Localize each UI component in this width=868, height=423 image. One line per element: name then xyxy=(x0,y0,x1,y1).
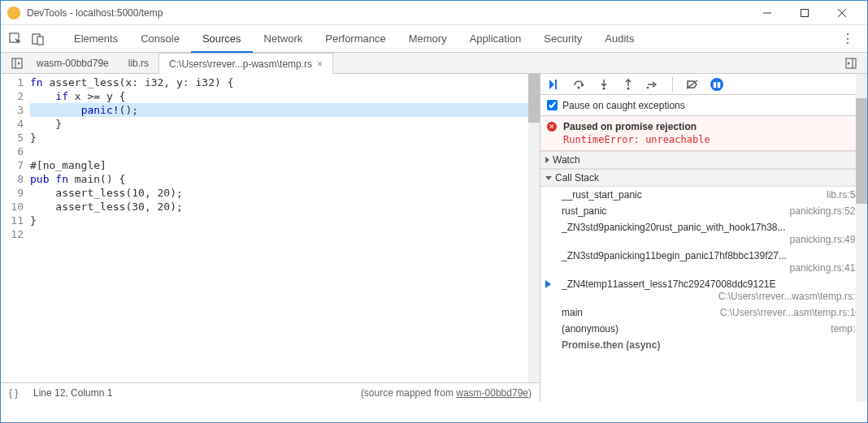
svg-rect-11 xyxy=(555,80,557,89)
frame-function: _ZN4temp11assert_less17hc29247008ddc9121… xyxy=(562,278,861,290)
svg-rect-7 xyxy=(12,58,22,68)
step-button[interactable] xyxy=(644,76,661,93)
step-over-button[interactable] xyxy=(571,76,588,93)
svg-rect-9 xyxy=(846,58,856,68)
device-toggle-icon[interactable] xyxy=(30,31,46,47)
code-line[interactable]: } xyxy=(30,131,540,145)
frame-location[interactable]: C:\Users\rrever...asm\temp.rs:10 xyxy=(720,307,861,318)
code-line[interactable] xyxy=(30,145,540,158)
frame-location[interactable]: panicking.rs:411 xyxy=(790,262,861,274)
source-tab[interactable]: C:\Users\rrever...p-wasm\temp.rs× xyxy=(158,53,333,74)
tab-security[interactable]: Security xyxy=(532,25,593,53)
pause-caught-checkbox[interactable] xyxy=(547,100,558,110)
code-line[interactable]: } xyxy=(30,214,540,227)
tab-audits[interactable]: Audits xyxy=(593,25,645,53)
code-line[interactable]: fn assert_less(x: i32, y: i32) { xyxy=(30,76,540,89)
titlebar: DevTools - localhost:5000/temp xyxy=(1,1,867,25)
more-menu-icon[interactable]: ⋮ xyxy=(835,31,861,46)
stack-frame[interactable]: __rust_start_paniclib.rs:54 xyxy=(540,187,867,203)
frame-location[interactable]: C:\Users\rrever...wasm\temp.rs:3 xyxy=(718,291,861,302)
debugger-toggle-icon[interactable] xyxy=(841,54,861,73)
source-tab[interactable]: wasm-00bbd79e xyxy=(27,53,119,74)
code-line[interactable]: #[no_mangle] xyxy=(30,158,540,172)
step-into-button[interactable] xyxy=(596,76,612,93)
code-line[interactable]: } xyxy=(30,117,540,131)
close-button[interactable] xyxy=(823,1,861,25)
cursor-position: Line 12, Column 1 xyxy=(33,387,361,399)
tab-performance[interactable]: Performance xyxy=(314,25,397,53)
stack-frame[interactable]: _ZN3std9panicking20rust_panic_with_hook1… xyxy=(540,219,867,248)
frame-function: (anonymous) xyxy=(562,323,824,335)
resume-button[interactable] xyxy=(547,76,563,93)
app-icon xyxy=(7,6,20,19)
source-map-info: (source mapped from wasm-00bbd79e) xyxy=(361,387,532,399)
stack-frame[interactable]: _ZN4temp11assert_less17hc29247008ddc9121… xyxy=(540,276,867,304)
code-line[interactable]: assert_less(30, 20); xyxy=(30,200,540,214)
tab-memory[interactable]: Memory xyxy=(397,25,458,53)
source-tabs-bar: wasm-00bbd79elib.rsC:\Users\rrever...p-w… xyxy=(1,53,867,74)
minimize-button[interactable] xyxy=(749,1,786,25)
editor-scrollbar[interactable] xyxy=(528,74,540,382)
tab-console[interactable]: Console xyxy=(129,25,191,53)
pause-detail: RuntimeError: unreachable xyxy=(563,134,859,145)
navigator-toggle-icon[interactable] xyxy=(7,54,27,73)
code-line[interactable]: panic!(); xyxy=(30,103,540,117)
line-gutter: 123456789101112 xyxy=(1,74,30,382)
pause-message: ✕ Paused on promise rejection RuntimeErr… xyxy=(540,116,867,151)
svg-point-14 xyxy=(603,87,605,89)
frame-location[interactable]: panicking.rs:497 xyxy=(790,234,861,245)
debug-toolbar: ▮▮ xyxy=(540,74,867,95)
svg-point-12 xyxy=(578,86,580,88)
tab-network[interactable]: Network xyxy=(253,25,315,53)
debug-scrollbar[interactable] xyxy=(856,74,867,402)
tab-elements[interactable]: Elements xyxy=(63,25,129,53)
svg-point-18 xyxy=(647,86,649,88)
code-editor[interactable]: 123456789101112 fn assert_less(x: i32, y… xyxy=(1,74,540,382)
watch-section[interactable]: Watch xyxy=(540,151,867,169)
pause-title: Paused on promise rejection xyxy=(563,121,859,132)
code-line[interactable] xyxy=(30,227,540,241)
frame-location[interactable]: panicking.rs:526 xyxy=(790,205,861,217)
maximize-button[interactable] xyxy=(786,1,823,25)
frame-function: _ZN3std9panicking20rust_panic_with_hook1… xyxy=(562,222,861,233)
svg-rect-6 xyxy=(37,37,43,45)
frame-function: main xyxy=(562,307,714,318)
frame-function: rust_panic xyxy=(562,205,783,217)
source-tab[interactable]: lib.rs xyxy=(119,53,158,74)
statusbar: { } Line 12, Column 1 (source mapped fro… xyxy=(1,382,540,402)
braces-icon[interactable]: { } xyxy=(9,387,33,399)
async-boundary: Promise.then (async) xyxy=(540,337,867,353)
frame-function: _ZN3std9panicking11begin_panic17hf8bbc13… xyxy=(562,250,861,261)
call-stack-list: __rust_start_paniclib.rs:54rust_panicpan… xyxy=(540,187,867,353)
close-tab-icon[interactable]: × xyxy=(317,58,323,70)
svg-point-16 xyxy=(627,87,630,89)
stack-frame[interactable]: rust_panicpanicking.rs:526 xyxy=(540,203,867,219)
deactivate-breakpoints-button[interactable] xyxy=(684,76,701,93)
editor-pane: 123456789101112 fn assert_less(x: i32, y… xyxy=(1,74,540,402)
main-toolbar: ElementsConsoleSourcesNetworkPerformance… xyxy=(1,25,867,53)
code-line[interactable]: pub fn main() { xyxy=(30,172,540,186)
window-title: DevTools - localhost:5000/temp xyxy=(27,7,749,19)
inspect-icon[interactable] xyxy=(7,31,24,47)
frame-function: __rust_start_panic xyxy=(562,189,820,201)
code-line[interactable]: if x >= y { xyxy=(30,89,540,103)
tab-application[interactable]: Application xyxy=(458,25,533,53)
stack-frame[interactable]: (anonymous)temp:4 xyxy=(540,321,867,337)
pause-caught-row[interactable]: Pause on caught exceptions xyxy=(540,95,867,116)
error-icon: ✕ xyxy=(547,122,557,132)
callstack-section[interactable]: Call Stack xyxy=(540,169,867,187)
pause-caught-label: Pause on caught exceptions xyxy=(562,100,685,111)
code-line[interactable]: assert_less(10, 20); xyxy=(30,186,540,200)
stack-frame[interactable]: mainC:\Users\rrever...asm\temp.rs:10 xyxy=(540,304,867,321)
step-out-button[interactable] xyxy=(620,76,636,93)
debugger-pane: ▮▮ Pause on caught exceptions ✕ Paused o… xyxy=(540,74,867,402)
svg-rect-1 xyxy=(801,9,809,16)
tab-sources[interactable]: Sources xyxy=(191,25,253,53)
pause-on-exceptions-button[interactable]: ▮▮ xyxy=(709,76,725,93)
source-map-link[interactable]: wasm-00bbd79e xyxy=(456,387,528,399)
code-content[interactable]: fn assert_less(x: i32, y: i32) { if x >=… xyxy=(30,74,540,382)
chevron-down-icon xyxy=(545,176,552,180)
stack-frame[interactable]: _ZN3std9panicking11begin_panic17hf8bbc13… xyxy=(540,248,867,276)
chevron-right-icon xyxy=(545,157,549,163)
